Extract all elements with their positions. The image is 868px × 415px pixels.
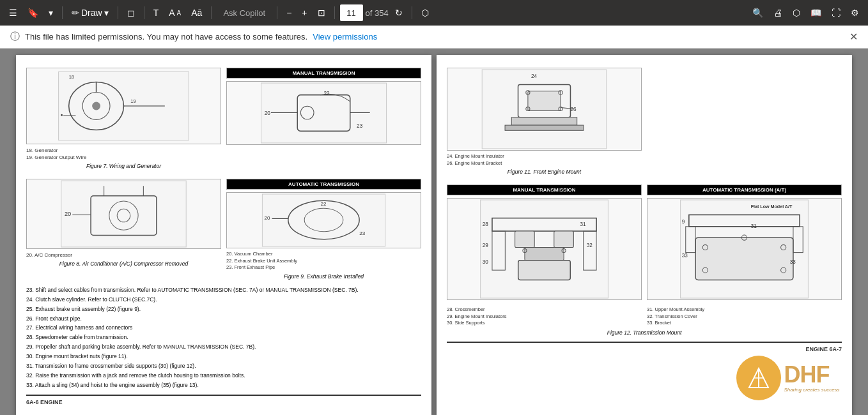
figure-12-auto-title: AUTOMATIC TRANSMISSION (A/T) [647, 185, 842, 195]
figure-9-label-22: 22. Exhaust Brake Unit Assembly [226, 258, 421, 265]
rotate-button[interactable]: ↻ [391, 5, 407, 20]
figure-12-label-28: 28. Crossmember [447, 306, 642, 313]
text-button[interactable]: T [150, 5, 163, 20]
figure-11-label-24: 24. Engine Mount Insulator [447, 153, 642, 160]
svg-text:33: 33 [790, 259, 796, 265]
svg-text:28: 28 [483, 222, 489, 227]
zoom-in-button[interactable]: + [298, 5, 311, 20]
fit-width-button[interactable]: ⬡ [417, 5, 433, 20]
ask-copilot-label: Ask Copilot [223, 8, 265, 18]
step-26: 26. Front exhaust pipe. [26, 315, 421, 323]
permission-close-button[interactable]: ✕ [849, 31, 858, 43]
search-icon: 🔍 [752, 8, 763, 18]
menu-icon: ☰ [9, 8, 17, 18]
font-button[interactable]: A A [165, 5, 185, 20]
step-32: 32. Raise the transmission with a jack a… [26, 372, 421, 380]
settings-button[interactable]: ⚙ [847, 5, 863, 20]
figure-12-manual-diagram: 28 29 30 31 32 [447, 198, 642, 300]
read-aloud-button[interactable]: 📖 [807, 5, 825, 20]
fit-page-button[interactable]: ⊡ [314, 5, 329, 20]
divider-5 [277, 6, 277, 19]
search-button[interactable]: 🔍 [748, 5, 767, 20]
share-button[interactable]: ⬡ [789, 5, 804, 20]
figure-12-manual-title: MANUAL TRANSMISSION [447, 185, 642, 195]
eraser-button[interactable]: ◻ [123, 5, 139, 20]
figure-9-auto-title: AUTOMATIC TRANSMISSION [226, 179, 421, 190]
fullscreen-button[interactable]: ⛶ [828, 5, 844, 20]
figure-9-label-23: 23. Front Exhaust Pipe [226, 264, 421, 271]
figure-12-label-30: 30. Side Supports [447, 320, 642, 327]
menu-button[interactable]: ☰ [5, 5, 21, 20]
figure-12-label-33: 33. Bracket [647, 320, 842, 327]
bookmark-button[interactable]: 🔖 [24, 5, 42, 20]
figure-11-labels: 24. Engine Mount Insulator 26. Engine Mo… [447, 153, 642, 167]
figure-7-caption: Figure 7. Wiring and Generator [26, 163, 221, 170]
figure-11-container: 24 26 [447, 65, 642, 178]
divider-2 [118, 6, 118, 19]
figure-7-labels: 18. Generator 19. Generator Output Wire [26, 147, 221, 161]
svg-text:29: 29 [483, 243, 489, 249]
pdf-container[interactable]: 18 19 ● 18. [0, 49, 868, 415]
info-icon: ⓘ [10, 31, 20, 43]
svg-text:●: ● [61, 112, 63, 117]
figure-9-auto-container: AUTOMATIC TRANSMISSION 20 22 23 [226, 176, 421, 283]
pdf-row-1: 18 19 ● 18. [16, 55, 852, 415]
step-27: 27. Electrical wiring harness and connec… [26, 324, 421, 332]
page-number-input[interactable]: 11 [340, 4, 363, 21]
svg-text:22: 22 [324, 91, 330, 96]
watermark-logo-svg [746, 365, 771, 391]
watermark-circle [736, 356, 781, 400]
pencil-icon: ✏ [72, 8, 79, 18]
permission-message: This file has limited permissions. You m… [25, 32, 307, 42]
watermark: DHF Sharing creates success [731, 346, 846, 410]
svg-text:19: 19 [130, 98, 136, 104]
svg-text:31: 31 [751, 223, 757, 229]
divider-7 [412, 6, 412, 19]
figure-7-label-18: 18. Generator [26, 147, 221, 154]
spacer-right-top [647, 65, 842, 178]
figure-8-diagram: 20 [26, 179, 221, 249]
fit-width-icon: ⬡ [421, 8, 429, 18]
fit-page-icon: ⊡ [318, 8, 325, 18]
svg-text:24: 24 [531, 73, 538, 79]
draw-label: Draw [81, 8, 102, 18]
svg-text:26: 26 [570, 107, 577, 112]
figure-12-label-31: 31. Upper Mount Assembly [647, 306, 842, 313]
step-29: 29. Propeller shaft and parking brake as… [26, 343, 421, 351]
step-31: 31. Transmission to frame crossmember si… [26, 363, 421, 370]
zoom-in-icon: + [302, 8, 307, 18]
figure-9-manual-diagram: 20 22 23 [226, 81, 421, 145]
svg-text:20: 20 [265, 110, 271, 116]
figure-12-caption: Figure 12. Transmission Mount [447, 329, 842, 337]
numbered-steps-list: 23. Shift and select cables from transmi… [26, 287, 421, 389]
print-button[interactable]: 🖨 [770, 5, 786, 20]
svg-rect-43 [511, 117, 577, 125]
figure-7-label-19: 19. Generator Output Wire [26, 154, 221, 161]
figure-8-container: 20 20. A/C Compressor Figure 8. Air Cond… [26, 176, 221, 283]
svg-text:32: 32 [587, 243, 593, 249]
zoom-out-icon: − [286, 8, 291, 18]
figure-8-svg: 20 [27, 179, 221, 248]
svg-text:20: 20 [264, 216, 270, 222]
svg-rect-36 [528, 91, 561, 111]
svg-rect-44 [505, 125, 584, 130]
toolbar: ☰ 🔖 ▾ ✏ Draw ▾ ◻ T A A Aā Ask Copilot − … [0, 0, 868, 26]
figure-7-svg: 18 19 ● [27, 68, 221, 144]
pdf-page-right: 24 26 [437, 55, 852, 415]
draw-button[interactable]: ✏ Draw ▾ [68, 5, 112, 20]
close-icon: ✕ [849, 31, 858, 42]
eraser-icon: ◻ [127, 8, 135, 18]
bookmark-dropdown-button[interactable]: ▾ [45, 5, 57, 20]
figure-12-auto-svg: 9 31 33 33 Flat Low Model A/T [647, 199, 841, 299]
svg-text:23: 23 [359, 230, 365, 236]
zoom-out-button[interactable]: − [283, 5, 295, 20]
view-permissions-link[interactable]: View permissions [313, 32, 377, 42]
svg-text:20: 20 [65, 211, 71, 217]
aa-button[interactable]: Aā [187, 5, 206, 20]
aa-icon: Aā [191, 8, 202, 18]
figure-12-manual-svg: 28 29 30 31 32 [447, 199, 641, 299]
step-28: 28. Speedometer cable from transmission. [26, 334, 421, 342]
text-icon: T [153, 8, 159, 18]
ask-copilot-button[interactable]: Ask Copilot [217, 6, 272, 20]
svg-rect-57 [518, 260, 571, 280]
